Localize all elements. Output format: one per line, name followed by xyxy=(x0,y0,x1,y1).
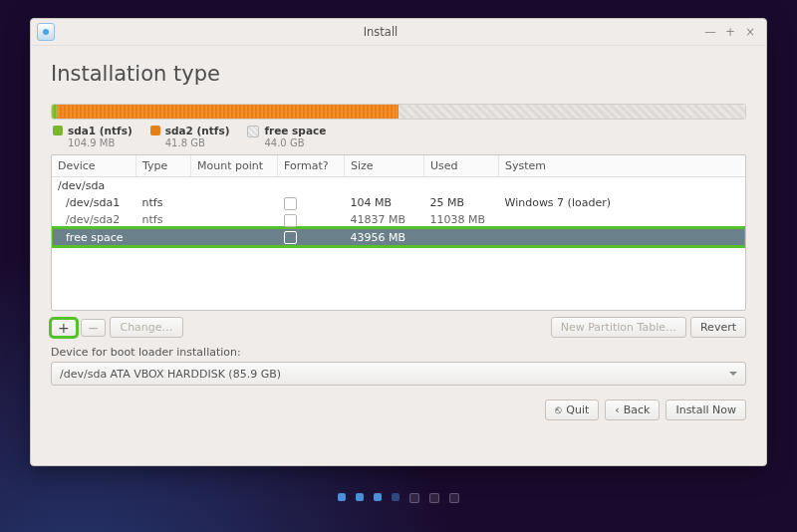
new-partition-table-button[interactable]: New Partition Table… xyxy=(551,317,686,338)
legend-item: sda2 (ntfs)41.8 GB xyxy=(150,125,230,148)
column-header[interactable]: System xyxy=(499,155,746,177)
chevron-left-icon: ‹ xyxy=(615,403,619,416)
install-window: Install — + × Installation type sda1 (nt… xyxy=(30,18,767,466)
cell-used: 25 MB xyxy=(424,194,499,212)
disk-usage-bar xyxy=(51,104,746,120)
cell-device: /dev/sda xyxy=(52,177,136,195)
bootloader-device-value: /dev/sda ATA VBOX HARDDISK (85.9 GB) xyxy=(60,368,281,381)
page-title: Installation type xyxy=(51,62,746,86)
table-header-row: DeviceTypeMount pointFormat?SizeUsedSyst… xyxy=(52,155,745,177)
table-row[interactable]: /dev/sda1ntfs104 MB25 MBWindows 7 (loade… xyxy=(52,194,745,212)
quit-button[interactable]: ⎋Quit xyxy=(545,399,599,420)
column-header[interactable]: Used xyxy=(424,155,499,177)
window-title: Install xyxy=(61,25,700,39)
cell-type: ntfs xyxy=(136,194,191,212)
bootloader-label: Device for boot loader installation: xyxy=(51,346,746,359)
cell-type: ntfs xyxy=(136,212,191,228)
column-header[interactable]: Device xyxy=(52,155,136,177)
cell-system: Windows 7 (loader) xyxy=(499,194,746,212)
legend-size: 41.8 GB xyxy=(165,137,205,148)
cell-device: free space xyxy=(52,228,136,247)
add-partition-button[interactable]: + xyxy=(51,319,77,337)
format-checkbox[interactable] xyxy=(284,214,297,227)
content: Installation type sda1 (ntfs)104.9 MBsda… xyxy=(31,46,766,465)
cell-device: /dev/sda2 xyxy=(52,212,136,228)
cell-system xyxy=(499,228,746,247)
cell-type xyxy=(136,177,191,195)
cell-used: 11038 MB xyxy=(424,212,499,228)
revert-button[interactable]: Revert xyxy=(690,317,746,338)
cell-size: 41837 MB xyxy=(345,212,424,228)
column-header[interactable]: Mount point xyxy=(191,155,278,177)
legend-label: sda2 (ntfs) xyxy=(165,125,230,136)
legend-label: free space xyxy=(264,125,326,136)
step-dot xyxy=(429,493,439,503)
cell-mount xyxy=(191,194,278,212)
legend-swatch xyxy=(53,126,63,135)
cell-mount xyxy=(191,212,278,228)
column-header[interactable]: Format? xyxy=(278,155,345,177)
format-checkbox[interactable] xyxy=(284,197,297,210)
legend-size: 44.0 GB xyxy=(264,137,304,148)
cell-size xyxy=(345,177,424,195)
wizard-buttons: ⎋Quit ‹Back Install Now xyxy=(51,399,746,420)
cell-used xyxy=(424,177,499,195)
legend-item: sda1 (ntfs)104.9 MB xyxy=(53,125,133,148)
quit-icon: ⎋ xyxy=(555,403,562,416)
cell-mount xyxy=(191,177,278,195)
cell-size: 104 MB xyxy=(345,194,424,212)
step-dot xyxy=(409,493,419,503)
cell-system xyxy=(499,177,746,195)
back-button[interactable]: ‹Back xyxy=(605,399,660,420)
usage-segment xyxy=(398,105,745,119)
chevron-down-icon xyxy=(729,372,737,376)
cell-device: /dev/sda1 xyxy=(52,194,136,212)
column-header[interactable]: Type xyxy=(136,155,191,177)
remove-partition-button[interactable]: − xyxy=(81,319,107,337)
change-partition-button[interactable]: Change… xyxy=(110,317,182,338)
step-dot xyxy=(392,493,399,501)
step-dot xyxy=(356,493,364,501)
cell-format xyxy=(278,228,345,247)
legend-label: sda1 (ntfs) xyxy=(68,125,133,136)
cell-mount xyxy=(191,228,278,247)
table-row[interactable]: /dev/sda xyxy=(52,177,745,195)
cell-size: 43956 MB xyxy=(345,228,424,247)
progress-dots xyxy=(31,493,766,503)
maximize-icon[interactable]: + xyxy=(722,25,738,39)
install-now-button[interactable]: Install Now xyxy=(665,399,746,420)
step-dot xyxy=(338,493,346,501)
legend-swatch xyxy=(150,126,160,135)
disk-legend: sda1 (ntfs)104.9 MBsda2 (ntfs)41.8 GBfre… xyxy=(53,125,744,148)
column-header[interactable]: Size xyxy=(345,155,424,177)
usage-segment xyxy=(58,105,396,119)
close-icon[interactable]: × xyxy=(742,25,758,39)
partition-table: DeviceTypeMount pointFormat?SizeUsedSyst… xyxy=(51,154,746,311)
format-checkbox[interactable] xyxy=(284,231,297,244)
cell-format xyxy=(278,212,345,228)
partition-actions: + − Change… New Partition Table… Revert xyxy=(51,317,746,338)
bootloader-device-select[interactable]: /dev/sda ATA VBOX HARDDISK (85.9 GB) xyxy=(51,362,746,386)
cell-type xyxy=(136,228,191,247)
step-dot xyxy=(449,493,459,503)
minimize-icon[interactable]: — xyxy=(702,25,718,39)
table-body: /dev/sda/dev/sda1ntfs104 MB25 MBWindows … xyxy=(52,177,745,247)
legend-size: 104.9 MB xyxy=(68,137,115,148)
app-icon xyxy=(37,23,55,41)
cell-used xyxy=(424,228,499,247)
legend-swatch xyxy=(247,126,259,137)
cell-format xyxy=(278,177,345,195)
cell-format xyxy=(278,194,345,212)
titlebar: Install — + × xyxy=(31,19,766,46)
step-dot xyxy=(374,493,382,501)
table-row[interactable]: free space43956 MB xyxy=(52,228,745,247)
table-row[interactable]: /dev/sda2ntfs41837 MB11038 MB xyxy=(52,212,745,228)
cell-system xyxy=(499,212,746,228)
legend-item: free space44.0 GB xyxy=(247,125,326,148)
